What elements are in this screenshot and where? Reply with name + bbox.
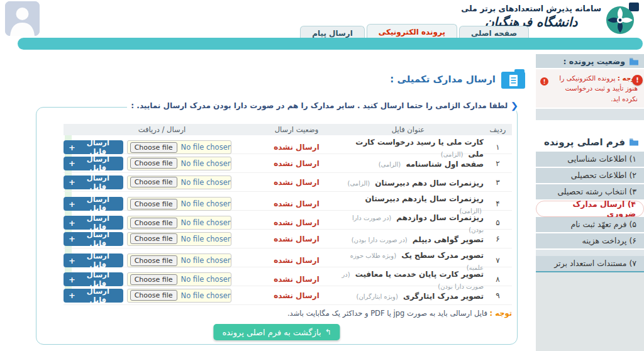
file-input[interactable]: Choose fileNo file chosen — [127, 232, 231, 246]
choose-file-button[interactable]: Choose file — [130, 142, 177, 153]
upload-button-label: ارسال فایل — [78, 270, 118, 288]
sidebar-item-1[interactable]: ۱) اطلاعات شناسایی — [536, 152, 644, 168]
file-title-note: (الزامی) — [379, 161, 401, 168]
choose-file-button[interactable]: Choose file — [130, 177, 177, 187]
row-number: ۷ — [484, 256, 512, 265]
table-body: ۱کارت ملی یا رسید درخواست کارت ملی (الزا… — [64, 135, 512, 305]
sidebar-item-2[interactable]: ۲) اطلاعات تحصیلی — [536, 168, 644, 184]
plus-icon: + — [69, 234, 75, 243]
plus-icon: + — [69, 275, 75, 284]
status-badge: ارسال نشده — [260, 159, 333, 168]
row-number: ۱ — [484, 143, 512, 152]
row-number: ۸ — [484, 275, 512, 284]
status-badge: ارسال نشده — [260, 218, 333, 227]
plus-icon: + — [69, 218, 75, 228]
file-title-cell: تصویر مدرک ایثارگری (ویژه ایثارگران) — [333, 289, 484, 301]
sidebar-item-5[interactable]: ۵) فرم تعهّد ثبت نام — [536, 217, 644, 233]
top-header: سامانه پذیرش استعدادهای برتر ملی دانشگاه… — [0, 0, 644, 38]
status-badge: ارسال نشده — [260, 256, 333, 265]
upload-cell: Choose fileNo file chosenارسال فایل+ — [64, 232, 260, 246]
choose-file-button[interactable]: Choose file — [130, 274, 177, 285]
table-row: ۹تصویر مدرک ایثارگری (ویژه ایثارگران)ارس… — [64, 286, 512, 305]
upload-file-button[interactable]: ارسال فایل+ — [64, 289, 123, 303]
upload-file-button[interactable]: ارسال فایل+ — [64, 232, 123, 246]
file-input[interactable]: Choose fileNo file chosen — [127, 289, 231, 303]
choose-file-button[interactable]: Choose file — [130, 158, 177, 169]
file-title-cell: صفحه اول شناسنامه (الزامی) — [333, 157, 484, 169]
upload-file-button[interactable]: ارسال فایل+ — [64, 216, 123, 230]
upload-button-label: ارسال فایل — [78, 155, 118, 172]
plus-icon: + — [69, 143, 75, 152]
status-badge: ارسال نشده — [260, 235, 333, 243]
file-input[interactable]: Choose fileNo file chosen — [127, 157, 231, 170]
no-file-chosen-label: No file chosen — [181, 143, 231, 152]
upload-file-button[interactable]: ارسال فایل+ — [64, 140, 123, 154]
sidebar-item-6[interactable]: ۶) پرداخت هزینه — [536, 233, 644, 250]
table-row: ۲صفحه اول شناسنامه (الزامی)ارسال نشدهCho… — [64, 154, 512, 173]
table-row: ۱کارت ملی یا رسید درخواست کارت ملی (الزا… — [64, 135, 512, 154]
file-title-cell: تصویر گواهی دیپلم (در صورت دارا بودن) — [333, 233, 484, 245]
file-input[interactable]: Choose fileNo file chosen — [127, 197, 231, 211]
plus-icon: + — [69, 199, 75, 209]
choose-file-button[interactable]: Choose file — [130, 255, 177, 266]
upload-button-label: ارسال فایل — [78, 287, 118, 304]
file-title-cell: ریزنمرات سال دوازدهم (در صورت دارا بودن) — [333, 211, 484, 235]
upload-button-label: ارسال فایل — [78, 230, 118, 248]
upload-file-button[interactable]: ارسال فایل+ — [64, 157, 123, 170]
university-logo-icon — [604, 1, 640, 36]
no-file-chosen-label: No file chosen — [181, 199, 231, 208]
upload-file-button[interactable]: ارسال فایل+ — [64, 197, 123, 211]
file-title: تصویر مدرک سطح یک — [401, 251, 484, 260]
file-input[interactable]: Choose fileNo file chosen — [127, 140, 231, 154]
sidebar-item-talent-documents[interactable]: ۷) مستندات استعداد برتر — [536, 256, 644, 272]
file-input[interactable]: Choose fileNo file chosen — [127, 216, 231, 230]
table-row: ۸تصویر کارت پایان خدمت یا معافیت (در صور… — [64, 267, 512, 286]
no-file-chosen-label: No file chosen — [181, 178, 231, 187]
row-number: ۲ — [484, 159, 512, 168]
sidebar-item-3[interactable]: ۳) انتخاب رشته تحصیلی — [536, 184, 644, 201]
file-title: ریزنمرات سال دهم دبیرستان — [375, 179, 484, 187]
file-input[interactable]: Choose fileNo file chosen — [127, 272, 231, 286]
upload-cell: Choose fileNo file chosenارسال فایل+ — [64, 254, 260, 267]
table-row: ۶تصویر گواهی دیپلم (در صورت دارا بودن)ار… — [64, 230, 512, 248]
status-badge: ارسال نشده — [260, 291, 333, 300]
file-format-note: توجه : فایل ارسالی باید به صورت jpg یا P… — [64, 309, 512, 318]
upload-button-label: ارسال فایل — [78, 252, 118, 269]
no-file-chosen-label: No file chosen — [181, 218, 231, 227]
no-file-chosen-label: No file chosen — [181, 235, 231, 243]
plus-icon: + — [69, 177, 75, 187]
upload-file-button[interactable]: ارسال فایل+ — [64, 272, 123, 286]
instruction-legend: ❮ لطفا مدارک الزامی را حتما ارسال کنید .… — [127, 101, 522, 111]
sidebar-item-4[interactable]: ۴) ارسال مدارک ضروری — [536, 201, 644, 217]
col-header-send-receive: ارسال / دریافت — [64, 125, 260, 134]
file-input[interactable]: Choose fileNo file chosen — [127, 176, 231, 189]
file-status-label: وضعیت پرونده : — [564, 57, 625, 66]
sidebar-fill — [536, 272, 644, 351]
plus-icon: + — [69, 256, 75, 265]
no-file-chosen-label: No file chosen — [181, 159, 231, 168]
table-row: ۳ریزنمرات سال دهم دبیرستان (الزامی)ارسال… — [64, 173, 512, 192]
note-bold: توجه : — [490, 309, 512, 318]
status-badge: ارسال نشده — [260, 143, 333, 152]
system-title: سامانه پذیرش استعدادهای برتر ملی — [461, 4, 601, 13]
page-title: ارسال مدارک تکمیلی : — [390, 69, 526, 89]
upload-cell: Choose fileNo file chosenارسال فایل+ — [64, 176, 260, 189]
folder-icon — [629, 57, 639, 65]
upload-file-button[interactable]: ارسال فایل+ — [64, 176, 123, 189]
back-to-main-form-button[interactable]: ↰ بازگشت به فرم اصلی پرونده — [213, 324, 340, 340]
avatar[interactable] — [5, 1, 40, 36]
col-header-send-status: وضعیت ارسال — [260, 125, 333, 134]
folder-icon — [629, 138, 639, 146]
table-row: ۷تصویر مدرک سطح یک (ویژه طلاب حوزه علمیه… — [64, 248, 512, 267]
upload-table: ردیف عنوان فایل وضعیت ارسال ارسال / دریا… — [64, 124, 512, 318]
file-status-header: وضعیت پرونده : — [536, 54, 644, 68]
upload-file-button[interactable]: ارسال فایل+ — [64, 254, 123, 267]
choose-file-button[interactable]: Choose file — [130, 199, 177, 209]
choose-file-button[interactable]: Choose file — [130, 218, 177, 228]
col-header-row-number: ردیف — [484, 125, 512, 134]
file-input[interactable]: Choose fileNo file chosen — [127, 254, 231, 267]
choose-file-button[interactable]: Choose file — [130, 290, 177, 301]
page-title-text: ارسال مدارک تکمیلی : — [390, 74, 496, 85]
upload-cell: Choose fileNo file chosenارسال فایل+ — [64, 216, 260, 230]
choose-file-button[interactable]: Choose file — [130, 233, 177, 244]
